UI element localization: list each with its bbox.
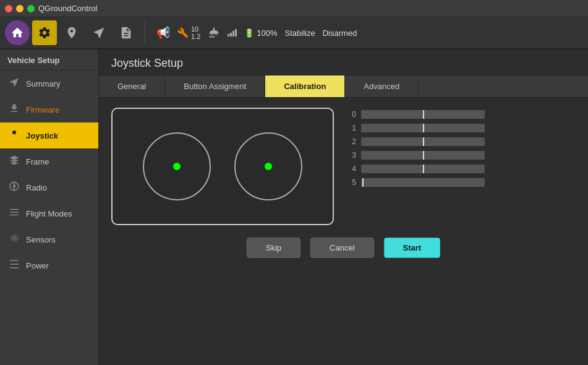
main-layout: Vehicle Setup Summary Firmware <box>0 49 588 365</box>
axis-track-3 <box>361 151 485 160</box>
left-joystick-dot <box>173 163 181 170</box>
axis-track-0 <box>361 110 485 119</box>
sidebar-label-flight-modes: Flight Modes <box>26 209 72 218</box>
joystick-icon <box>9 129 20 142</box>
sidebar-item-frame[interactable]: Frame <box>0 148 98 174</box>
sidebar: Vehicle Setup Summary Firmware <box>0 49 99 365</box>
wrench-version: 1.2 <box>191 33 200 40</box>
sidebar-item-firmware[interactable]: Firmware <box>0 97 98 122</box>
robot-status <box>208 27 220 39</box>
skip-button[interactable]: Skip <box>247 238 300 258</box>
joystick-content: 0 1 2 <box>99 98 588 365</box>
sidebar-label-sensors: Sensors <box>26 235 56 244</box>
plan-icon[interactable] <box>114 20 138 45</box>
joystick-buttons: Skip Cancel Start <box>111 235 576 258</box>
tab-calibration[interactable]: Calibration <box>265 75 345 97</box>
sidebar-item-sensors[interactable]: Sensors <box>0 226 98 252</box>
axis-track-5 <box>361 178 485 187</box>
axis-track-1 <box>361 124 485 132</box>
axis-track-2 <box>361 137 485 146</box>
tab-general[interactable]: General <box>99 75 165 97</box>
svg-point-0 <box>12 131 16 134</box>
axis-label-4: 4 <box>349 165 356 173</box>
summary-icon <box>9 77 20 90</box>
sidebar-item-flight-modes[interactable]: Flight Modes <box>0 200 98 226</box>
tab-advanced[interactable]: Advanced <box>345 75 419 97</box>
cancel-button[interactable]: Cancel <box>310 238 373 258</box>
svg-point-3 <box>11 235 18 242</box>
sidebar-label-power: Power <box>26 261 49 270</box>
axis-row-1: 1 <box>349 124 485 132</box>
right-joystick-dot <box>265 163 272 170</box>
minimize-button[interactable] <box>16 5 23 12</box>
flight-mode: Stabilize <box>285 28 315 38</box>
tabs-bar: General Button Assigment Calibration Adv… <box>99 75 588 98</box>
maximize-button[interactable] <box>27 5 35 12</box>
location-icon[interactable] <box>59 20 84 45</box>
sidebar-label-radio: Radio <box>26 183 47 192</box>
flight-modes-icon <box>9 207 20 220</box>
sidebar-item-radio[interactable]: Radio <box>0 174 98 200</box>
joystick-display <box>111 108 334 225</box>
close-button[interactable] <box>5 5 12 12</box>
battery-status: 🔋 100% <box>244 28 277 38</box>
settings-icon[interactable] <box>32 20 57 45</box>
right-joystick[interactable] <box>234 132 302 200</box>
sidebar-label-joystick: Joystick <box>26 131 58 140</box>
tab-button-assignment[interactable]: Button Assigment <box>165 75 265 97</box>
wrench-count: 10 <box>191 25 200 33</box>
toolbar-status: 📢 10 1.2 🔋 100% <box>156 25 357 40</box>
fly-icon[interactable] <box>87 20 111 45</box>
version-status: 10 1.2 <box>177 25 200 40</box>
svg-point-2 <box>13 237 16 240</box>
speaker-status: 📢 <box>156 26 170 40</box>
axis-row-5: 5 <box>349 178 485 187</box>
sidebar-label-summary: Summary <box>26 79 61 88</box>
sidebar-item-power[interactable]: Power <box>0 252 98 278</box>
start-button[interactable]: Start <box>384 238 441 258</box>
axis-label-0: 0 <box>349 110 356 119</box>
axis-label-3: 3 <box>349 151 356 160</box>
axis-row-3: 3 <box>349 151 485 160</box>
sensors-icon <box>9 233 20 246</box>
sidebar-item-joystick[interactable]: Joystick <box>0 122 98 148</box>
frame-icon <box>9 155 20 168</box>
signal-status <box>228 29 237 36</box>
sidebar-label-firmware: Firmware <box>26 105 59 114</box>
radio-icon <box>9 181 20 194</box>
axis-track-4 <box>361 165 485 173</box>
titlebar: QGroundControl <box>0 0 588 17</box>
battery-pct: 100% <box>257 28 277 38</box>
page-title: Joystick Setup <box>99 49 588 75</box>
arm-status: Disarmed <box>323 28 357 38</box>
toolbar: 📢 10 1.2 🔋 100% <box>0 17 588 49</box>
toolbar-divider <box>145 22 145 44</box>
axis-row-0: 0 <box>349 110 485 119</box>
app-title: QGroundControl <box>38 4 97 13</box>
axis-label-2: 2 <box>349 137 356 146</box>
firmware-icon <box>9 103 20 116</box>
sidebar-item-summary[interactable]: Summary <box>0 71 98 97</box>
joystick-area: 0 1 2 <box>111 108 576 225</box>
axis-label-5: 5 <box>349 178 356 187</box>
home-icon[interactable] <box>5 20 30 45</box>
left-joystick[interactable] <box>143 132 211 200</box>
axis-row-2: 2 <box>349 137 485 146</box>
axis-bars: 0 1 2 <box>349 108 485 187</box>
sidebar-label-frame: Frame <box>26 157 49 166</box>
power-icon <box>9 259 20 272</box>
axis-row-4: 4 <box>349 165 485 173</box>
content-area: Joystick Setup General Button Assigment … <box>99 49 588 365</box>
axis-label-1: 1 <box>349 124 356 132</box>
sidebar-title: Vehicle Setup <box>0 49 98 71</box>
